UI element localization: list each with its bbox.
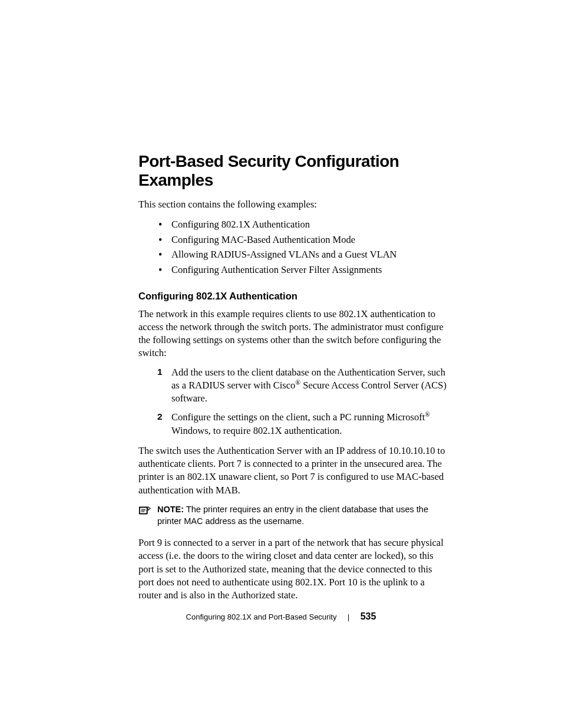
list-item: Allowing RADIUS-Assigned VLANs and a Gue… <box>158 247 447 262</box>
registered-mark: ® <box>425 411 430 418</box>
note-label: NOTE: <box>157 505 184 514</box>
section-heading: Port-Based Security Configuration Exampl… <box>138 152 447 190</box>
step-text-b: Windows, to require 802.1X authenticatio… <box>171 425 342 436</box>
note-icon <box>138 505 151 516</box>
note-callout: NOTE: The printer requires an entry in t… <box>138 504 447 527</box>
subsection-heading: Configuring 802.1X Authentication <box>138 291 447 302</box>
step-text-a: Configure the settings on the client, su… <box>171 411 425 423</box>
note-text: NOTE: The printer requires an entry in t… <box>157 504 447 527</box>
footer-page-number: 535 <box>361 611 376 621</box>
registered-mark: ® <box>295 378 300 386</box>
list-item: Configuring Authentication Server Filter… <box>158 262 447 278</box>
step-item: Configure the settings on the client, su… <box>157 411 447 437</box>
step-item: Add the users to the client database on … <box>157 366 447 406</box>
footer-separator <box>348 614 349 621</box>
document-page: Port-Based Security Configuration Exampl… <box>0 0 562 728</box>
footer-chapter-title: Configuring 802.1X and Port-Based Securi… <box>186 612 337 621</box>
body-paragraph: Port 9 is connected to a server in a par… <box>138 536 447 602</box>
intro-paragraph: This section contains the following exam… <box>138 198 447 211</box>
step-list: Add the users to the client database on … <box>138 366 447 437</box>
example-list: Configuring 802.1X Authentication Config… <box>138 217 447 277</box>
page-footer: Configuring 802.1X and Port-Based Securi… <box>0 611 562 622</box>
list-item: Configuring 802.1X Authentication <box>158 217 447 232</box>
body-paragraph: The network in this example requires cli… <box>138 308 447 360</box>
body-paragraph: The switch uses the Authentication Serve… <box>138 444 447 497</box>
note-body: The printer requires an entry in the cli… <box>157 505 428 526</box>
list-item: Configuring MAC-Based Authentication Mod… <box>158 232 447 248</box>
